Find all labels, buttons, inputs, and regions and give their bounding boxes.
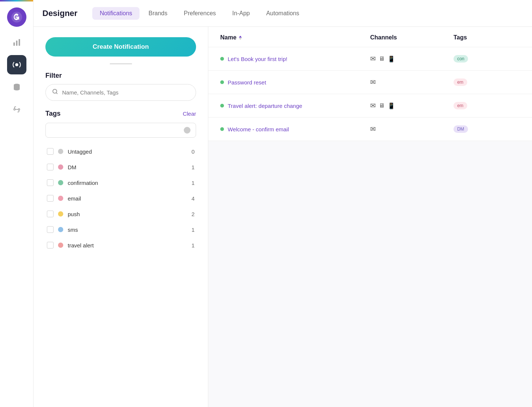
tab-notifications[interactable]: Notifications xyxy=(92,7,140,20)
tag-badge: con xyxy=(454,55,468,63)
sort-name-icon[interactable] xyxy=(239,36,242,40)
tag-item-push[interactable]: push 2 xyxy=(45,206,196,222)
tag-item-travel-alert[interactable]: travel alert 1 xyxy=(45,237,196,253)
filter-search-input[interactable] xyxy=(62,89,190,96)
tag-name-push: push xyxy=(68,211,187,217)
row-channels-col: ✉ xyxy=(370,78,454,86)
row-tags-col: em xyxy=(454,78,520,86)
mobile-channel-icon: 📱 xyxy=(388,102,395,109)
status-dot xyxy=(220,57,224,61)
svg-rect-2 xyxy=(16,41,17,46)
tag-dot-dm xyxy=(58,164,63,170)
filter-search-box xyxy=(45,84,196,101)
tag-checkbox-email[interactable] xyxy=(47,195,54,202)
tag-count-dm: 1 xyxy=(192,164,195,170)
tag-name-confirmation: confirmation xyxy=(68,180,187,186)
row-tags-col: DM xyxy=(454,125,520,133)
tag-search-submit[interactable] xyxy=(184,127,190,134)
tag-search-input[interactable] xyxy=(51,127,184,134)
svg-point-6 xyxy=(14,109,15,110)
tag-checkbox-sms[interactable] xyxy=(47,226,54,233)
table-row[interactable]: Password reset ✉ em xyxy=(208,71,532,94)
svg-rect-1 xyxy=(13,42,15,46)
col-header-name: Name xyxy=(220,34,370,41)
tab-automations[interactable]: Automations xyxy=(259,7,307,20)
table-row[interactable]: Welcome - confirm email ✉ DM xyxy=(208,118,532,141)
tag-badge: em xyxy=(454,78,467,86)
top-navigation: Designer Notifications Brands Preference… xyxy=(33,0,532,27)
tag-checkbox-dm[interactable] xyxy=(47,164,54,170)
tag-checkbox-confirmation[interactable] xyxy=(47,179,54,186)
right-panel: Name Channels Tags Let's Book your first… xyxy=(208,27,532,407)
tag-search-box xyxy=(45,123,196,138)
svg-point-7 xyxy=(18,109,20,110)
tag-item-dm[interactable]: DM 1 xyxy=(45,159,196,175)
status-dot xyxy=(220,80,224,84)
tag-item-confirmation[interactable]: confirmation 1 xyxy=(45,175,196,190)
sidebar-analytics-icon[interactable] xyxy=(7,33,26,52)
tag-item-sms[interactable]: sms 1 xyxy=(45,222,196,237)
tab-brands[interactable]: Brands xyxy=(141,7,175,20)
tag-list: Untagged 0 DM 1 confirmation 1 xyxy=(45,144,196,253)
col-header-channels: Channels xyxy=(370,34,454,41)
sidebar xyxy=(0,0,33,407)
sidebar-data-icon[interactable] xyxy=(7,77,26,97)
content-area: Create Notification Filter Tags Clear xyxy=(33,27,532,407)
table-row[interactable]: Travel alert: departure change ✉ 🖥 📱 em xyxy=(208,94,532,118)
table-header: Name Channels Tags xyxy=(208,27,532,47)
search-icon xyxy=(52,88,58,97)
row-tags-col: con xyxy=(454,55,520,63)
nav-tabs: Notifications Brands Preferences In-App … xyxy=(92,7,307,20)
mobile-channel-icon: 📱 xyxy=(388,55,395,63)
svg-rect-3 xyxy=(19,39,20,46)
tab-preferences[interactable]: Preferences xyxy=(176,7,223,20)
main-area: Designer Notifications Brands Preference… xyxy=(33,0,532,407)
tag-item-untagged[interactable]: Untagged 0 xyxy=(45,144,196,159)
tag-count-sms: 1 xyxy=(192,227,195,233)
desktop-channel-icon: 🖥 xyxy=(379,55,385,62)
col-header-tags: Tags xyxy=(454,34,520,41)
clear-tags-button[interactable]: Clear xyxy=(183,110,196,117)
tags-label: Tags xyxy=(45,110,61,118)
tag-name-sms: sms xyxy=(68,227,187,233)
tag-checkbox-travel-alert[interactable] xyxy=(47,242,54,249)
create-notification-button[interactable]: Create Notification xyxy=(45,37,196,57)
table-row[interactable]: Let's Book your first trip! ✉ 🖥 📱 con xyxy=(208,47,532,71)
email-channel-icon: ✉ xyxy=(370,78,376,86)
app-logo[interactable] xyxy=(7,7,26,27)
tag-badge: DM xyxy=(454,125,468,133)
notification-name: Let's Book your first trip! xyxy=(228,56,287,62)
row-channels-col: ✉ xyxy=(370,125,454,133)
tag-dot-untagged xyxy=(58,149,63,154)
tab-in-app[interactable]: In-App xyxy=(225,7,257,20)
filter-label: Filter xyxy=(45,72,196,80)
tag-count-confirmation: 1 xyxy=(192,180,195,186)
tag-checkbox-untagged[interactable] xyxy=(47,148,54,155)
tag-name-untagged: Untagged xyxy=(68,148,187,155)
desktop-channel-icon: 🖥 xyxy=(379,102,385,109)
notification-name: Travel alert: departure change xyxy=(228,103,302,109)
tag-dot-push xyxy=(58,211,63,217)
tag-count-push: 2 xyxy=(192,211,195,217)
tag-dot-sms xyxy=(58,227,63,232)
status-dot xyxy=(220,127,224,131)
tag-name-travel-alert: travel alert xyxy=(68,242,187,249)
tag-name-dm: DM xyxy=(68,164,187,170)
notifications-table: Name Channels Tags Let's Book your first… xyxy=(208,27,532,141)
status-dot xyxy=(220,104,224,108)
left-panel: Create Notification Filter Tags Clear xyxy=(33,27,208,407)
tag-dot-email xyxy=(58,196,63,201)
row-name-col: Password reset xyxy=(220,79,370,86)
tag-badge: em xyxy=(454,102,467,109)
row-name-col: Welcome - confirm email xyxy=(220,126,370,132)
sidebar-designer-icon[interactable] xyxy=(7,55,26,74)
tag-checkbox-push[interactable] xyxy=(47,211,54,217)
tag-count-travel-alert: 1 xyxy=(192,242,195,249)
tag-item-email[interactable]: email 4 xyxy=(45,190,196,206)
tag-count-email: 4 xyxy=(192,195,195,202)
row-channels-col: ✉ 🖥 📱 xyxy=(370,55,454,63)
sidebar-integration-icon[interactable] xyxy=(7,100,26,119)
divider xyxy=(110,63,132,64)
svg-point-4 xyxy=(15,63,18,66)
row-tags-col: em xyxy=(454,102,520,109)
